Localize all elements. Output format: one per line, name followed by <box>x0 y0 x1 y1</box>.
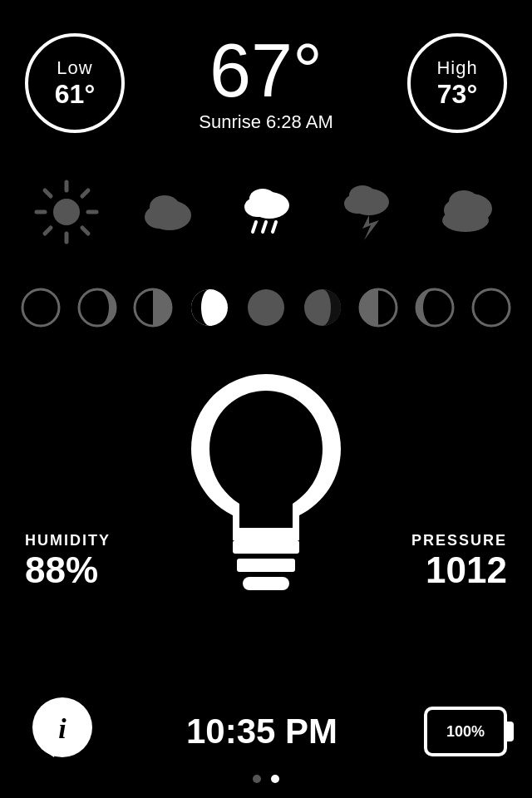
current-temp-block: 67° Sunrise 6:28 AM <box>125 33 407 133</box>
low-value: 61° <box>55 79 95 110</box>
svg-line-8 <box>45 228 51 234</box>
svg-point-34 <box>473 289 510 326</box>
moon-phases-row <box>0 266 532 349</box>
stats-row: HUMIDITY 88% PRESSURE 1012 <box>0 532 532 598</box>
info-button[interactable]: i <box>25 692 100 771</box>
pressure-label: PRESSURE <box>411 532 507 549</box>
svg-point-26 <box>22 289 59 326</box>
humidity-label: HUMIDITY <box>25 532 111 549</box>
moon-phase-new <box>19 286 62 329</box>
dot-2 <box>271 775 279 783</box>
top-section: Low 61° 67° Sunrise 6:28 AM High 73° <box>0 0 532 158</box>
high-value: 73° <box>437 79 477 110</box>
low-temp-circle: Low 61° <box>25 33 125 133</box>
high-label: High <box>436 57 477 79</box>
sunny-icon <box>25 170 108 254</box>
battery-icon: 100% <box>424 707 507 756</box>
overcast-icon <box>424 170 507 254</box>
cloudy-icon <box>125 170 208 254</box>
svg-line-5 <box>45 190 51 196</box>
svg-marker-21 <box>362 215 379 240</box>
humidity-block: HUMIDITY 88% <box>25 532 111 591</box>
moon-phase-full <box>244 286 288 329</box>
sunrise-time: Sunrise 6:28 AM <box>125 111 407 133</box>
stormy-icon <box>324 170 407 254</box>
svg-text:i: i <box>58 713 66 744</box>
moon-phase-waxing-gibbous <box>188 286 231 329</box>
svg-point-11 <box>150 195 180 219</box>
svg-point-14 <box>249 189 276 209</box>
current-temperature: 67° <box>125 33 407 108</box>
svg-point-20 <box>349 185 376 205</box>
humidity-value: 88% <box>25 549 111 591</box>
dot-1 <box>253 775 261 783</box>
moon-phase-new2 <box>470 286 513 329</box>
svg-line-17 <box>273 222 276 232</box>
moon-phase-waxing-crescent <box>76 286 119 329</box>
rainy-icon <box>224 170 308 254</box>
high-temp-circle: High 73° <box>407 33 507 133</box>
moon-phase-waning-gibbous <box>301 286 344 329</box>
pressure-value: 1012 <box>411 549 507 591</box>
moon-phase-last-quarter <box>357 286 400 329</box>
svg-line-16 <box>263 222 266 232</box>
low-label: Low <box>57 57 92 79</box>
bottom-row: i 10:35 PM 100% <box>0 690 532 773</box>
svg-line-6 <box>82 228 88 234</box>
svg-line-15 <box>253 222 256 232</box>
battery-indicator: 100% <box>424 707 507 756</box>
battery-percent: 100% <box>446 723 485 741</box>
svg-point-0 <box>53 199 80 225</box>
moon-phase-waning-crescent <box>413 286 456 329</box>
moon-phase-first-quarter <box>131 286 175 329</box>
weather-icons-row <box>0 158 532 266</box>
svg-point-30 <box>248 289 284 326</box>
current-time: 10:35 PM <box>186 712 337 751</box>
page-dots <box>0 775 532 783</box>
svg-point-25 <box>442 209 489 232</box>
pressure-block: PRESSURE 1012 <box>411 532 507 591</box>
svg-line-7 <box>82 190 88 196</box>
